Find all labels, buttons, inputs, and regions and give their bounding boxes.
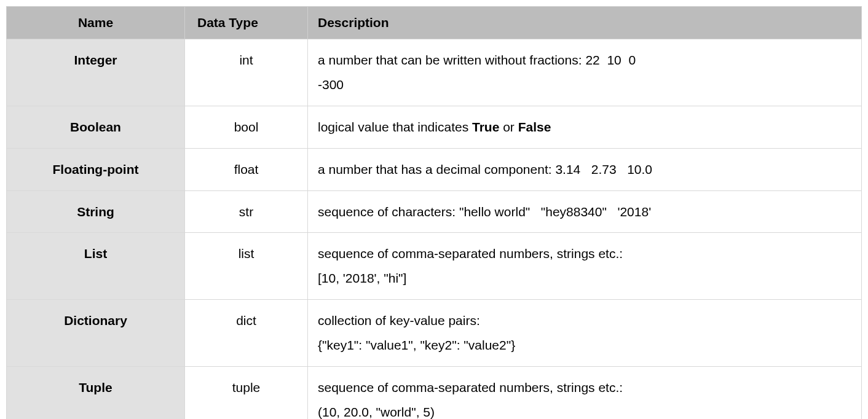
table-header-row: Name Data Type Description — [7, 7, 862, 39]
cell-desc: sequence of characters: "hello world" "h… — [308, 190, 862, 233]
cell-name: Dictionary — [7, 300, 185, 367]
table-row: Integer int a number that can be written… — [7, 39, 862, 106]
cell-type: bool — [185, 106, 308, 148]
cell-type: int — [185, 39, 308, 106]
header-desc: Description — [308, 7, 862, 39]
cell-type: str — [185, 190, 308, 233]
table-row: Dictionary dict collection of key-value … — [7, 300, 862, 367]
table-body: Integer int a number that can be written… — [7, 39, 862, 420]
cell-desc: a number that has a decimal component: 3… — [308, 148, 862, 190]
cell-type: list — [185, 233, 308, 300]
cell-name: Tuple — [7, 367, 185, 419]
cell-type: float — [185, 148, 308, 190]
cell-name: Floating-point — [7, 148, 185, 190]
cell-desc: sequence of comma-separated numbers, str… — [308, 367, 862, 419]
header-name: Name — [7, 7, 185, 39]
table-row: Tuple tuple sequence of comma-separated … — [7, 367, 862, 419]
cell-desc: sequence of comma-separated numbers, str… — [308, 233, 862, 300]
cell-type: dict — [185, 300, 308, 367]
cell-type: tuple — [185, 367, 308, 419]
table-row: List list sequence of comma-separated nu… — [7, 233, 862, 300]
table-row: Boolean bool logical value that indicate… — [7, 106, 862, 148]
header-type: Data Type — [185, 7, 308, 39]
cell-name: List — [7, 233, 185, 300]
data-types-table: Name Data Type Description Integer int a… — [6, 6, 862, 419]
cell-desc: a number that can be written without fra… — [308, 39, 862, 106]
table-row: Floating-point float a number that has a… — [7, 148, 862, 190]
cell-desc: collection of key-value pairs:{"key1": "… — [308, 300, 862, 367]
table-row: String str sequence of characters: "hell… — [7, 190, 862, 233]
cell-name: String — [7, 190, 185, 233]
cell-name: Integer — [7, 39, 185, 106]
cell-name: Boolean — [7, 106, 185, 148]
cell-desc: logical value that indicates True or Fal… — [308, 106, 862, 148]
